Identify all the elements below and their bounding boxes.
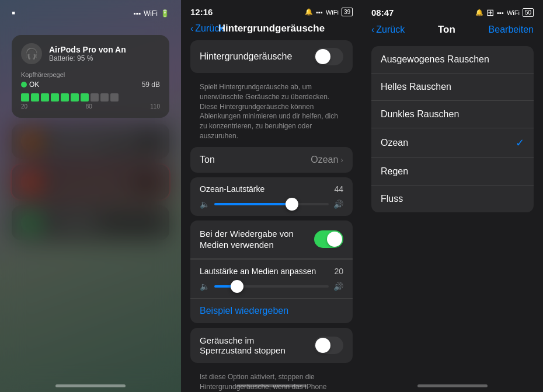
ton-home-bar xyxy=(417,384,488,387)
cc-status-icons: ▪▪▪ WiFi 🔋 xyxy=(133,9,169,18)
bg-toggle[interactable] xyxy=(314,48,343,65)
ton-row-card: Ton Ozean › xyxy=(190,147,353,173)
bg-nav: ‹ Zurück Hintergrundgeräusche xyxy=(181,19,362,40)
headphone-title: Kopfhöreranpassungen xyxy=(48,132,139,142)
cc-menu-item-headphone[interactable]: 🎧 Kopfhöreranpassungen Telefon & Medien xyxy=(12,124,169,159)
cc-menu-item-live-listen[interactable]: 🎤 Live-Mithören xyxy=(12,205,169,240)
media-toggle-row: Bei der Wiedergabe von Medien verwenden xyxy=(190,220,353,259)
ton-row[interactable]: Ton Ozean › xyxy=(190,147,353,173)
bg-time: 12:16 xyxy=(190,7,213,17)
bg-status-bar: 12:16 🔔 ▪▪▪ WiFi 39 xyxy=(181,0,362,19)
lock-toggle-card: Geräusche im Sperrzustand stoppen xyxy=(190,328,353,363)
bar-3 xyxy=(41,93,49,102)
ton-status-icons: 🔔 ⊞ ▪▪▪ WiFi 50 xyxy=(475,7,534,18)
scale-low: 20 xyxy=(21,103,27,110)
bg-toggle-row: Hintergrundgeräusche xyxy=(190,40,353,73)
media-toggle[interactable] xyxy=(314,230,343,248)
bg-home-bar xyxy=(236,384,307,387)
headphone-icon: 🎧 xyxy=(21,132,40,150)
media-volume-label: Lautstärke an Medien anpassen xyxy=(200,267,316,276)
background-noise-icon: 👂 xyxy=(21,173,40,191)
media-track-container: 🔈 🔊 xyxy=(200,282,343,291)
ton-chevron-left-icon: ‹ xyxy=(371,24,374,35)
ton-value-container: Ozean › xyxy=(311,155,343,165)
ton-value: Ozean xyxy=(311,155,338,165)
media-track[interactable] xyxy=(214,285,329,288)
bar-6 xyxy=(71,93,79,102)
bg-status-icons: 🔔 ▪▪▪ WiFi 39 xyxy=(305,8,353,16)
headphone-subtitle: Telefon & Medien xyxy=(48,142,139,150)
ton-back-button[interactable]: ‹ Zurück xyxy=(371,24,405,35)
ton-wifi-icon: WiFi xyxy=(507,9,520,16)
volume-thumb[interactable] xyxy=(286,198,298,211)
chevron-left-icon: ‹ xyxy=(190,23,193,34)
ton-item-label-ozean: Ozean xyxy=(381,138,408,148)
ton-item-label-helles-rauschen: Helles Rauschen xyxy=(381,82,451,92)
volume-section: Kopfhörerpegel OK 59 dB xyxy=(21,71,160,110)
volume-bars xyxy=(21,93,160,102)
airpods-name: AirPods Pro von An xyxy=(49,45,126,54)
airpods-icon: 🎧 xyxy=(21,43,42,64)
cc-menu-item-background-noise[interactable]: 👂 Hintergrundgeräusche xyxy=(12,164,169,200)
bg-back-label: Zurück xyxy=(195,23,224,34)
ton-item-regen[interactable]: Regen xyxy=(371,158,534,186)
volume-track[interactable] xyxy=(214,203,329,205)
control-center-panel: ▪ ▪▪▪ WiFi 🔋 🎧 AirPods Pro von An Batter… xyxy=(0,0,181,392)
ton-signal-icon: ▪▪▪ xyxy=(497,9,504,16)
media-toggle-label: Bei der Wiedergabe von Medien verwenden xyxy=(200,228,314,251)
bg-battery-icon: 39 xyxy=(342,8,353,16)
ton-item-ausgewogenes-rauschen[interactable]: Ausgewogenes Rauschen xyxy=(371,46,534,74)
volume-status: OK 59 dB xyxy=(21,80,160,89)
bar-5 xyxy=(61,93,69,102)
airpods-battery: Batterie: 95 % xyxy=(49,54,126,62)
ton-item-fluss[interactable]: Fluss xyxy=(371,186,534,212)
ton-edit-button[interactable]: Bearbeiten xyxy=(489,24,534,35)
bg-description: Spielt Hintergrundgeräusche ab, um unerw… xyxy=(190,78,353,147)
ozean-checkmark-icon: ✓ xyxy=(516,136,524,149)
ton-custom-icon: ⊞ xyxy=(486,7,494,18)
ton-item-helles-rauschen[interactable]: Helles Rauschen xyxy=(371,74,534,101)
ton-item-dunkles-rauschen[interactable]: Dunkles Rauschen xyxy=(371,101,534,128)
media-toggle-card: Bei der Wiedergabe von Medien verwenden … xyxy=(190,220,353,323)
bg-nav-title: Hintergrundgeräusche xyxy=(218,23,325,34)
ton-back-label: Zurück xyxy=(376,24,405,35)
volume-slider-header: Ozean-Lautstärke 44 xyxy=(200,184,343,194)
example-link[interactable]: Beispiel wiedergeben xyxy=(190,299,353,323)
bar-10 xyxy=(110,93,119,102)
volume-label: Kopfhörerpegel xyxy=(21,71,160,78)
ton-time: 08:47 xyxy=(371,8,394,18)
volume-fill xyxy=(214,203,292,205)
bar-2 xyxy=(31,93,39,102)
bg-back-button[interactable]: ‹ Zurück xyxy=(190,23,224,34)
media-volume-header: Lautstärke an Medien anpassen 20 xyxy=(200,267,343,276)
headphone-text: Kopfhöreranpassungen Telefon & Medien xyxy=(48,132,139,150)
bg-toggle-label: Hintergrundgeräusche xyxy=(200,51,292,62)
bg-toggle-card: Hintergrundgeräusche xyxy=(190,40,353,73)
lock-toggle[interactable] xyxy=(314,337,343,354)
ok-badge: OK xyxy=(21,80,39,89)
bg-settings-scroll: Hintergrundgeräusche Spielt Hintergrundg… xyxy=(181,40,362,392)
ton-list: Ausgewogenes Rauschen Helles Rauschen Du… xyxy=(362,41,543,392)
volume-min-icon: 🔈 xyxy=(200,200,210,209)
bg-wifi-icon: WiFi xyxy=(326,9,339,16)
ton-options-card: Ausgewogenes Rauschen Helles Rauschen Du… xyxy=(371,46,534,212)
airpods-card: 🎧 AirPods Pro von An Batterie: 95 % Kopf… xyxy=(12,35,169,118)
cc-home-bar xyxy=(55,384,126,387)
bar-7 xyxy=(81,93,89,102)
bg-signal-icon: ▪▪▪ xyxy=(316,9,323,16)
battery-icon: 🔋 xyxy=(161,9,169,18)
ton-item-ozean[interactable]: Ozean ✓ xyxy=(371,128,534,158)
volume-max-icon: 🔊 xyxy=(333,200,343,209)
ton-nav: ‹ Zurück Ton Bearbeiten xyxy=(362,20,543,41)
ton-selection-panel: 08:47 🔔 ⊞ ▪▪▪ WiFi 50 ‹ Zurück Ton Bearb… xyxy=(362,0,543,392)
example-link-container: Beispiel wiedergeben xyxy=(190,298,353,323)
bg-bell-icon: 🔔 xyxy=(305,8,313,16)
ton-item-label-fluss: Fluss xyxy=(381,194,403,204)
background-noise-settings-panel: 12:16 🔔 ▪▪▪ WiFi 39 ‹ Zurück Hintergrund… xyxy=(181,0,362,392)
bar-4 xyxy=(51,93,59,102)
db-value: 59 dB xyxy=(142,80,160,89)
lock-description: Ist diese Option aktiviert, stoppen die … xyxy=(190,368,353,392)
ton-battery-icon: 50 xyxy=(523,8,534,17)
ton-label: Ton xyxy=(200,155,215,165)
media-thumb[interactable] xyxy=(231,280,243,293)
